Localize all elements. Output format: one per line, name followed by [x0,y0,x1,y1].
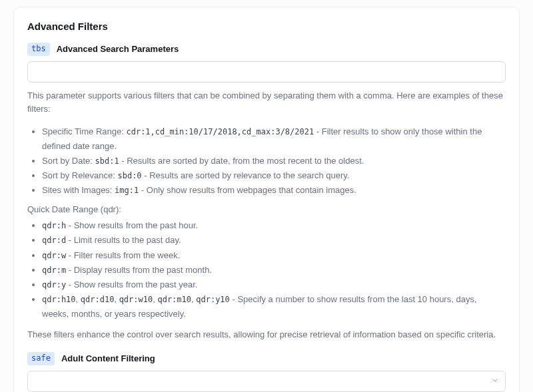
list-item-code: qdr:m [42,266,66,275]
list-item-post: - Only show results from webpages that c… [139,185,356,195]
list-item-code: qdr:m10 [157,295,191,304]
list-item: Sites with Images: img:1 - Only show res… [42,183,506,198]
tbs-footer: These filters enhance the control over s… [27,328,506,341]
list-item-post: - Results are sorted by relevance to the… [142,170,350,180]
tbs-examples-list: Specific Time Range: cdr:1,cd_min:10/17/… [27,124,506,198]
list-item-post: - Show results from the past year. [66,280,197,290]
list-item: Sort by Date: sbd:1 - Results are sorted… [42,154,506,168]
list-item: Specific Time Range: cdr:1,cd_min:10/17/… [42,124,506,154]
list-item-code: qdr:y10 [196,295,230,304]
list-item-code: qdr:d10 [81,295,115,304]
safe-label: Adult Content Filtering [61,353,155,363]
list-item-code: qdr:w [42,251,66,260]
list-item-code: qdr:h [42,221,66,230]
list-item-code: qdr:w10 [119,295,153,304]
panel-title: Advanced Filters [27,21,506,32]
list-item-code: qdr:h10 [42,295,76,304]
list-item-post: - Limit results to the past day. [66,235,181,245]
list-item: Sort by Relevance: sbd:0 - Results are s… [42,168,506,183]
safe-badge: safe [27,352,55,365]
list-item: qdr:h10, qdr:d10, qdr:w10, qdr:m10, qdr:… [42,292,506,321]
list-item: qdr:m - Display results from the past mo… [42,263,506,278]
list-item-post: - Show results from the past hour. [66,220,198,230]
list-item-code: sbd:0 [117,171,141,180]
list-item: qdr:d - Limit results to the past day. [42,233,506,248]
tbs-label: Advanced Search Parameters [57,44,179,54]
safe-select[interactable] [27,371,506,392]
list-item-code: qdr:y [42,280,66,290]
tbs-badge: tbs [27,43,50,56]
list-item-pre: Sort by Relevance: [42,170,117,180]
list-item-pre: Sites with Images: [42,185,115,195]
list-item-post: - Display results from the past month. [66,265,212,275]
qdr-subheading: Quick Date Range (qdr): [27,204,506,214]
list-item-code: qdr:d [42,236,66,245]
safe-select-wrap [27,371,506,392]
list-item: qdr:h - Show results from the past hour. [42,218,506,233]
tbs-intro: This parameter supports various filters … [27,89,506,116]
advanced-filters-panel: Advanced Filters tbs Advanced Search Par… [13,7,520,392]
tbs-input[interactable] [27,61,506,83]
list-item-post: - Results are sorted by date, from the m… [119,156,364,166]
list-item: qdr:y - Show results from the past year. [42,278,506,292]
list-item-pre: Specific Time Range: [42,126,126,136]
list-item-post: - Filter results from the week. [66,250,180,260]
tbs-header: tbs Advanced Search Parameters [27,43,506,56]
list-item-code: img:1 [115,186,139,195]
safe-header: safe Adult Content Filtering [27,352,506,365]
list-item: qdr:w - Filter results from the week. [42,248,506,263]
list-item-code: sbd:1 [95,156,119,166]
qdr-list: qdr:h - Show results from the past hour.… [27,218,506,321]
list-item-pre: Sort by Date: [42,156,95,166]
list-item-code: cdr:1,cd_min:10/17/2018,cd_max:3/8/2021 [126,127,314,136]
